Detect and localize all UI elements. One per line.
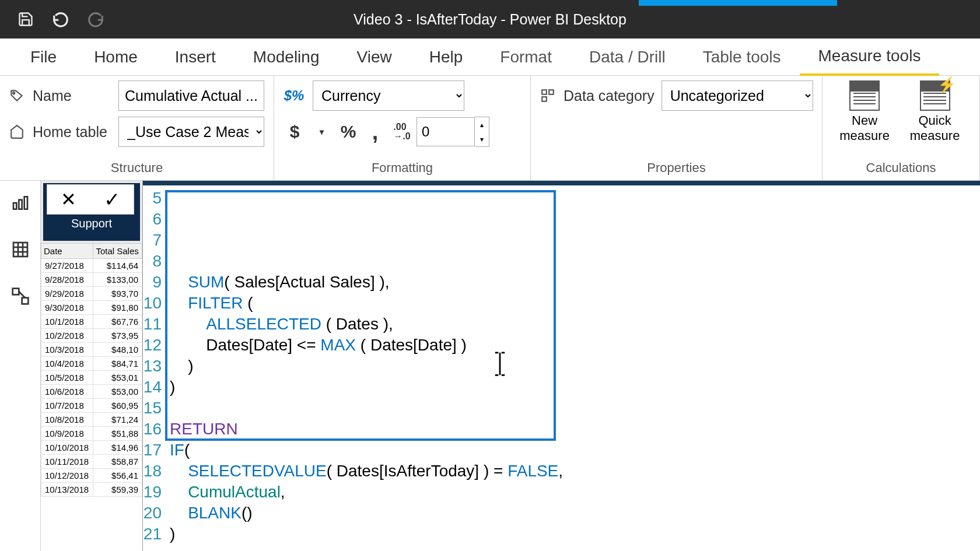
menu-modeling[interactable]: Modeling bbox=[235, 38, 338, 76]
data-view-button[interactable] bbox=[9, 238, 32, 261]
home-table-icon bbox=[8, 124, 26, 139]
structure-group-label: Structure bbox=[8, 157, 265, 176]
quick-measure-button[interactable]: ⚡ Quick measure bbox=[904, 80, 965, 144]
table-row[interactable]: 10/3/2018$48,10 bbox=[41, 343, 142, 357]
category-icon bbox=[539, 88, 556, 103]
ribbon-group-properties: Data category Uncategorized Properties bbox=[531, 76, 822, 180]
view-bar bbox=[0, 181, 41, 551]
table-row[interactable]: 10/11/2018$58,87 bbox=[41, 455, 142, 469]
svg-rect-3 bbox=[542, 97, 547, 101]
table-row[interactable]: 9/27/2018$114,64 bbox=[41, 259, 142, 273]
menu-format[interactable]: Format bbox=[481, 38, 570, 76]
code-line[interactable] bbox=[170, 398, 980, 419]
accent-tab-indicator bbox=[639, 0, 837, 6]
format-select[interactable]: Currency bbox=[313, 80, 464, 111]
home-table-label: Home table bbox=[33, 124, 111, 141]
menu-view[interactable]: View bbox=[338, 38, 411, 76]
code-line[interactable]: IF( bbox=[170, 440, 980, 461]
table-row[interactable]: 10/9/2018$51,88 bbox=[41, 427, 142, 441]
cancel-formula-button[interactable]: ✕ bbox=[61, 188, 76, 210]
svg-rect-2 bbox=[549, 90, 554, 94]
new-measure-button[interactable]: New measure bbox=[836, 80, 892, 144]
data-preview-table[interactable]: DateTotal Sales9/27/2018$114,649/28/2018… bbox=[41, 243, 142, 551]
code-line[interactable] bbox=[170, 545, 980, 551]
left-panel: ✕ ✓ Support DateTotal Sales9/27/2018$114… bbox=[41, 181, 143, 551]
window-title: Video 3 - IsAfterToday - Power BI Deskto… bbox=[354, 11, 626, 28]
table-row[interactable]: 9/28/2018$133,00 bbox=[41, 273, 142, 287]
table-row[interactable]: 10/8/2018$71,24 bbox=[41, 413, 142, 427]
code-line[interactable]: FILTER ( bbox=[170, 293, 980, 314]
table-row[interactable]: 10/4/2018$84,71 bbox=[41, 357, 142, 371]
decimal-increment[interactable]: ▴ bbox=[475, 117, 489, 132]
name-label: Name bbox=[33, 87, 111, 104]
table-row[interactable]: 10/10/2018$14,96 bbox=[41, 441, 142, 455]
data-category-select[interactable]: Uncategorized bbox=[662, 80, 813, 111]
tag-icon bbox=[8, 88, 26, 103]
properties-group-label: Properties bbox=[539, 157, 814, 176]
table-row[interactable]: 10/2/2018$73,95 bbox=[41, 329, 142, 343]
code-line[interactable]: ) bbox=[170, 356, 980, 377]
svg-line-14 bbox=[19, 292, 25, 298]
code-line[interactable]: RETURN bbox=[170, 419, 980, 440]
code-line[interactable]: SUM( Sales[Actual Sales] ), bbox=[170, 272, 980, 293]
thousands-separator-button[interactable]: , bbox=[363, 117, 387, 146]
home-table-select[interactable]: _Use Case 2 Measu... bbox=[118, 117, 264, 147]
table-header[interactable]: Total Sales bbox=[93, 244, 142, 259]
save-button[interactable] bbox=[14, 8, 37, 31]
svg-rect-13 bbox=[22, 298, 28, 304]
code-line[interactable]: ) bbox=[170, 377, 980, 398]
currency-dropdown[interactable]: ▾ bbox=[309, 117, 334, 146]
currency-button[interactable]: $ bbox=[282, 117, 307, 146]
svg-rect-4 bbox=[13, 203, 16, 209]
table-row[interactable]: 10/5/2018$53,01 bbox=[41, 371, 142, 385]
menu-file[interactable]: File bbox=[12, 38, 75, 76]
table-row[interactable]: 9/29/2018$93,70 bbox=[41, 287, 142, 301]
model-view-button[interactable] bbox=[9, 285, 32, 308]
percent-button[interactable]: % bbox=[336, 117, 360, 146]
code-line[interactable]: BLANK() bbox=[170, 503, 980, 524]
menu-table-tools[interactable]: Table tools bbox=[684, 38, 800, 76]
table-row[interactable]: 9/30/2018$91,80 bbox=[41, 301, 142, 315]
data-category-label: Data category bbox=[564, 87, 654, 104]
menu-measure-tools[interactable]: Measure tools bbox=[800, 38, 940, 76]
title-bar: Video 3 - IsAfterToday - Power BI Deskto… bbox=[0, 0, 980, 38]
ribbon-group-formatting: $% Currency $ ▾ % , .00→.0 ▴▾ Formatting bbox=[274, 76, 531, 180]
menu-data-drill[interactable]: Data / Drill bbox=[570, 38, 684, 76]
formula-editor[interactable]: 56789101112131415161718192021 SUM( Sales… bbox=[143, 181, 980, 551]
table-row[interactable]: 10/7/2018$60,95 bbox=[41, 399, 142, 413]
table-header[interactable]: Date bbox=[41, 244, 93, 259]
commit-formula-button[interactable]: ✓ bbox=[104, 188, 120, 211]
table-row[interactable]: 10/12/2018$56,41 bbox=[41, 469, 142, 483]
decimal-count-input[interactable] bbox=[416, 117, 475, 146]
decimal-decrement[interactable]: ▾ bbox=[475, 132, 489, 146]
decimal-places-icon: .00→.0 bbox=[390, 117, 414, 146]
svg-point-0 bbox=[13, 92, 15, 94]
workspace: ✕ ✓ Support DateTotal Sales9/27/2018$114… bbox=[0, 181, 980, 551]
calculations-group-label: Calculations bbox=[831, 157, 971, 176]
menu-insert[interactable]: Insert bbox=[156, 38, 235, 76]
lightning-icon: ⚡ bbox=[937, 76, 956, 94]
code-line[interactable]: CumulActual, bbox=[170, 482, 980, 503]
code-line[interactable]: ALLSELECTED ( Dates ), bbox=[170, 314, 980, 335]
formatting-group-label: Formatting bbox=[282, 157, 522, 176]
table-row[interactable]: 10/6/2018$53,00 bbox=[41, 385, 142, 399]
report-view-button[interactable] bbox=[9, 191, 32, 215]
table-row[interactable]: 10/13/2018$59,39 bbox=[41, 483, 142, 497]
code-line[interactable]: Dates[Date] <= MAX ( Dates[Date] ) bbox=[170, 335, 980, 356]
code-line[interactable]: SELECTEDVALUE( Dates[IsAfterToday] ) = F… bbox=[170, 461, 980, 482]
code-area[interactable]: SUM( Sales[Actual Sales] ), FILTER ( ALL… bbox=[165, 188, 980, 551]
measure-name-input[interactable] bbox=[118, 80, 264, 111]
format-type-icon: $% bbox=[282, 87, 306, 104]
redo-button[interactable] bbox=[84, 8, 107, 31]
ribbon-group-calculations: New measure ⚡ Quick measure Calculations bbox=[822, 76, 980, 180]
code-line[interactable]: ) bbox=[170, 524, 980, 545]
menu-help[interactable]: Help bbox=[411, 38, 482, 76]
ribbon: Name Home table _Use Case 2 Measu... Str… bbox=[0, 76, 980, 181]
new-measure-icon bbox=[849, 80, 880, 111]
menu-home[interactable]: Home bbox=[75, 38, 156, 76]
table-row[interactable]: 10/1/2018$67,76 bbox=[41, 315, 142, 329]
undo-button[interactable] bbox=[49, 8, 72, 31]
line-gutter: 56789101112131415161718192021 bbox=[143, 188, 165, 551]
text-cursor-icon bbox=[492, 351, 508, 379]
svg-rect-1 bbox=[542, 90, 547, 94]
